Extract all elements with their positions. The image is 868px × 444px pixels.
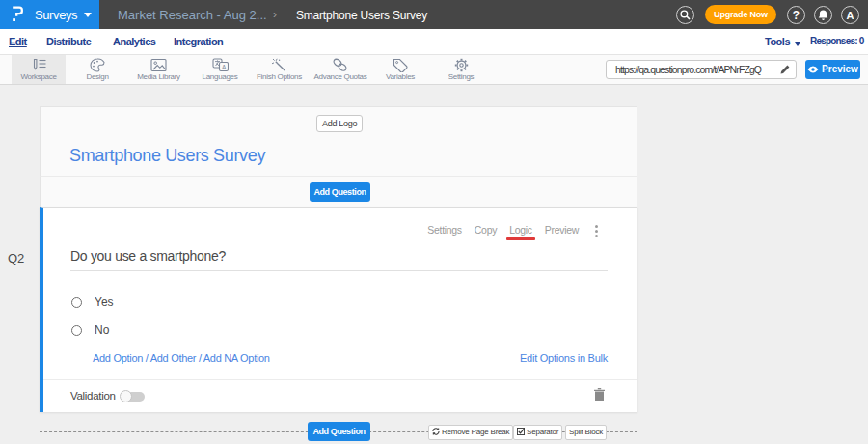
svg-text:A: A (221, 64, 226, 70)
